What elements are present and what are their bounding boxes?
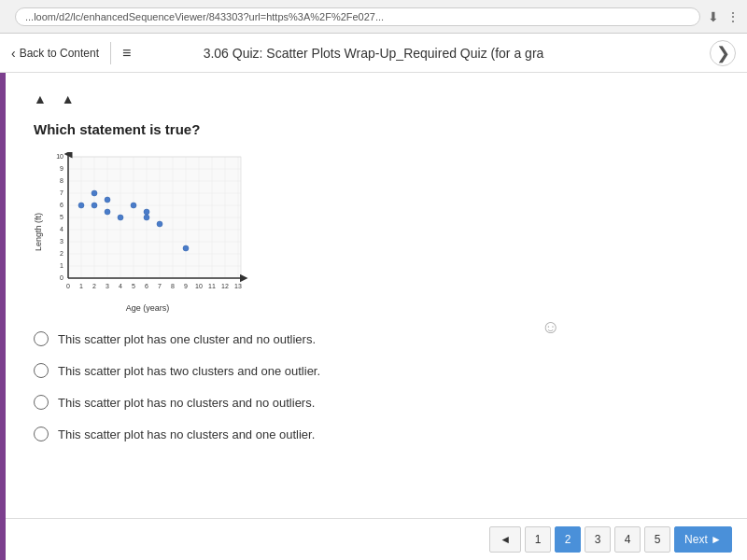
- up-arrow-1[interactable]: ▲: [34, 91, 47, 106]
- radio-c[interactable]: [34, 395, 49, 410]
- svg-text:11: 11: [208, 283, 216, 289]
- svg-text:7: 7: [60, 189, 63, 196]
- svg-point-61: [144, 215, 149, 220]
- svg-point-54: [92, 190, 97, 196]
- back-link-label: Back to Content: [20, 47, 99, 60]
- feedback-icon[interactable]: ☺: [542, 316, 560, 338]
- back-arrow-icon: ‹: [11, 46, 16, 61]
- option-c-text: This scatter plot has no clusters and no…: [58, 396, 315, 410]
- menu-icon[interactable]: ⋮: [726, 9, 740, 24]
- svg-text:6: 6: [60, 202, 63, 208]
- svg-text:8: 8: [171, 283, 175, 289]
- page-2-button[interactable]: 2: [555, 526, 581, 553]
- svg-point-53: [78, 203, 84, 208]
- up-arrows-group: ▲ ▲: [34, 91, 719, 106]
- page-5-button[interactable]: 5: [644, 526, 670, 553]
- svg-text:9: 9: [184, 283, 188, 289]
- option-a-text: This scatter plot has one cluster and no…: [58, 332, 316, 346]
- next-page-button[interactable]: Next ►: [674, 526, 732, 553]
- svg-text:6: 6: [145, 283, 148, 289]
- svg-text:0: 0: [60, 274, 63, 281]
- content-area: ▲ ▲ Which statement is true? Length (ft): [6, 73, 747, 560]
- svg-text:5: 5: [60, 214, 63, 220]
- y-axis-label: Length (ft): [34, 213, 43, 251]
- option-d[interactable]: This scatter plot has no clusters and on…: [34, 427, 719, 441]
- up-arrow-2[interactable]: ▲: [62, 91, 75, 106]
- svg-point-62: [157, 221, 162, 227]
- svg-text:12: 12: [221, 283, 229, 289]
- page-1-button[interactable]: 1: [525, 526, 551, 553]
- radio-a[interactable]: [34, 331, 49, 346]
- prev-page-button[interactable]: ◄: [489, 526, 521, 553]
- page-4-button[interactable]: 4: [614, 526, 641, 553]
- svg-text:9: 9: [60, 165, 63, 172]
- option-b-text: This scatter plot has two clusters and o…: [58, 364, 320, 378]
- svg-text:1: 1: [79, 283, 83, 289]
- svg-point-57: [105, 209, 110, 215]
- scatter-plot-svg: 0 1 2 3 4 5 6 7 8 9 10 0 1 2 3 4: [45, 152, 250, 301]
- svg-text:8: 8: [60, 177, 63, 184]
- option-d-text: This scatter plot has no clusters and on…: [58, 427, 315, 441]
- main-container: ▲ ▲ Which statement is true? Length (ft): [0, 73, 747, 560]
- back-to-content-link[interactable]: ‹ Back to Content: [11, 46, 99, 61]
- svg-point-60: [144, 209, 149, 215]
- radio-b[interactable]: [34, 363, 49, 378]
- svg-text:13: 13: [234, 283, 242, 289]
- svg-point-59: [131, 203, 136, 208]
- svg-text:3: 3: [106, 283, 109, 289]
- page-3-button[interactable]: 3: [585, 526, 611, 553]
- svg-text:7: 7: [158, 283, 162, 289]
- svg-text:10: 10: [195, 283, 203, 289]
- nav-divider: [110, 42, 111, 64]
- svg-text:5: 5: [132, 283, 135, 289]
- scatter-plot-wrap: 0 1 2 3 4 5 6 7 8 9 10 0 1 2 3 4: [45, 152, 250, 313]
- svg-text:10: 10: [56, 153, 63, 160]
- browser-chrome: ...loom/d2/lc/enhancedSequenceViewer/843…: [0, 0, 747, 34]
- svg-text:0: 0: [66, 283, 70, 289]
- download-icon[interactable]: ⬇: [708, 9, 719, 24]
- option-c[interactable]: This scatter plot has no clusters and no…: [34, 395, 719, 410]
- chevron-right-icon: ❯: [716, 43, 730, 63]
- browser-icons: ⬇ ⋮: [708, 9, 740, 24]
- question-text: Which statement is true?: [34, 121, 719, 137]
- svg-point-58: [118, 215, 123, 220]
- svg-text:1: 1: [60, 262, 63, 269]
- svg-text:3: 3: [60, 238, 63, 245]
- collapse-button[interactable]: ❯: [710, 40, 736, 66]
- radio-d[interactable]: [34, 427, 49, 441]
- svg-text:2: 2: [92, 283, 96, 289]
- svg-point-63: [183, 245, 189, 251]
- svg-point-55: [92, 203, 97, 208]
- top-nav: ‹ Back to Content ≡ 3.06 Quiz: Scatter P…: [0, 34, 747, 73]
- svg-point-56: [105, 197, 110, 203]
- chart-container: Length (ft): [34, 152, 719, 313]
- option-b[interactable]: This scatter plot has two clusters and o…: [34, 363, 719, 378]
- svg-text:4: 4: [119, 283, 122, 289]
- pagination-bar: ◄ 1 2 3 4 5 Next ►: [6, 518, 747, 560]
- svg-text:2: 2: [60, 250, 63, 257]
- browser-url-bar[interactable]: ...loom/d2/lc/enhancedSequenceViewer/843…: [15, 7, 700, 26]
- quiz-title: 3.06 Quiz: Scatter Plots Wrap-Up_Require…: [204, 46, 544, 61]
- option-a[interactable]: This scatter plot has one cluster and no…: [34, 331, 719, 346]
- x-axis-label: Age (years): [45, 303, 250, 313]
- options-list: This scatter plot has one cluster and no…: [34, 331, 719, 441]
- svg-text:4: 4: [60, 226, 63, 232]
- hamburger-menu-button[interactable]: ≡: [122, 45, 131, 62]
